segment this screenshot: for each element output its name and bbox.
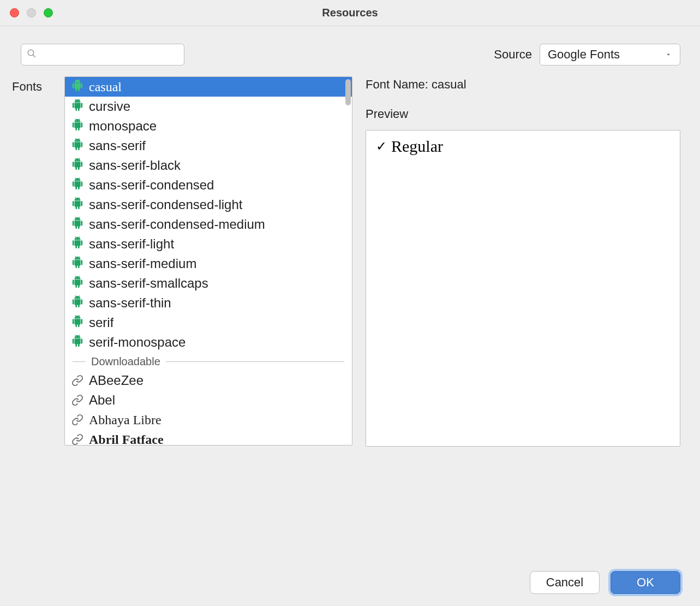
font-item[interactable]: sans-serif-medium (65, 254, 352, 274)
android-icon (71, 335, 83, 350)
font-item-label: serif-monospace (89, 335, 186, 350)
window-title: Resources (0, 7, 700, 19)
font-item-label: sans-serif-condensed (89, 177, 214, 193)
font-item-label: ABeeZee (89, 373, 143, 388)
android-icon (71, 276, 83, 291)
android-icon (71, 138, 83, 153)
font-item-label: monospace (89, 118, 157, 134)
source-label: Source (494, 47, 532, 62)
font-item-label: sans-serif-thin (89, 295, 171, 311)
link-icon (71, 394, 83, 406)
font-item[interactable]: casual (65, 77, 352, 97)
link-icon (71, 375, 83, 387)
font-item[interactable]: sans-serif-condensed-medium (65, 215, 352, 234)
font-item-label: sans-serif-smallcaps (89, 276, 208, 291)
font-item-label: sans-serif-condensed-light (89, 197, 242, 212)
font-item[interactable]: Abril Fatface (65, 430, 352, 445)
downloadable-divider: Downloadable (65, 352, 352, 371)
android-icon (71, 79, 83, 94)
font-item[interactable]: Abel (65, 390, 352, 410)
font-item[interactable]: sans-serif-condensed-light (65, 195, 352, 215)
fonts-label: Fonts (12, 76, 55, 447)
preview-box: ✓ Regular (366, 130, 680, 447)
font-item[interactable]: sans-serif (65, 136, 352, 156)
font-item-label: sans-serif-medium (89, 256, 196, 271)
search-icon (27, 49, 37, 61)
font-item[interactable]: sans-serif-condensed (65, 175, 352, 195)
link-icon (71, 414, 83, 426)
minimize-window-button[interactable] (27, 8, 36, 17)
font-list[interactable]: casualcursivemonospacesans-serifsans-ser… (64, 76, 352, 445)
traffic-lights (10, 8, 53, 17)
font-item-label: serif (89, 315, 113, 330)
font-item-label: casual (89, 80, 122, 94)
font-item[interactable]: ABeeZee (65, 371, 352, 390)
font-item[interactable]: sans-serif-black (65, 156, 352, 175)
scrollbar-thumb[interactable] (345, 79, 351, 105)
font-item[interactable]: sans-serif-light (65, 234, 352, 254)
font-item-label: sans-serif-condensed-medium (89, 217, 265, 232)
font-item[interactable]: sans-serif-thin (65, 293, 352, 313)
font-item-label: Abel (89, 393, 115, 408)
preview-label: Preview (366, 107, 680, 121)
android-icon (71, 197, 83, 212)
android-icon (71, 177, 83, 193)
link-icon (71, 433, 83, 445)
preview-variant-label: Regular (391, 137, 443, 156)
font-item[interactable]: Abhaya Libre (65, 410, 352, 430)
font-item-label: sans-serif (89, 138, 146, 153)
font-item-label: Abril Fatface (89, 432, 164, 445)
android-icon (71, 217, 83, 232)
font-item-label: sans-serif-black (89, 158, 181, 173)
font-item[interactable]: serif (65, 313, 352, 332)
font-name-value: casual (432, 78, 466, 91)
cancel-button[interactable]: Cancel (530, 571, 600, 594)
android-icon (71, 99, 83, 114)
chevron-down-icon (665, 47, 672, 62)
titlebar: Resources (0, 0, 700, 26)
preview-variant-row[interactable]: ✓ Regular (376, 137, 670, 156)
maximize-window-button[interactable] (44, 8, 53, 17)
font-item-label: cursive (89, 99, 130, 114)
check-icon: ✓ (376, 139, 387, 154)
font-name-label: Font Name: (366, 78, 428, 91)
font-item[interactable]: sans-serif-smallcaps (65, 274, 352, 293)
font-item[interactable]: monospace (65, 116, 352, 136)
android-icon (71, 315, 83, 330)
android-icon (71, 236, 83, 252)
font-item[interactable]: serif-monospace (65, 332, 352, 352)
font-name-row: Font Name: casual (366, 78, 680, 92)
android-icon (71, 256, 83, 271)
font-item-label: sans-serif-light (89, 236, 174, 252)
android-icon (71, 158, 83, 173)
android-icon (71, 295, 83, 311)
source-dropdown[interactable]: Google Fonts (540, 44, 680, 66)
ok-button[interactable]: OK (611, 571, 680, 594)
android-icon (71, 118, 83, 134)
source-dropdown-value: Google Fonts (548, 47, 620, 62)
close-window-button[interactable] (10, 8, 19, 17)
downloadable-label: Downloadable (91, 355, 160, 368)
search-input[interactable] (40, 49, 178, 61)
font-item[interactable]: cursive (65, 97, 352, 116)
font-item-label: Abhaya Libre (89, 413, 161, 427)
search-input-wrap[interactable] (21, 44, 184, 66)
svg-point-0 (28, 50, 34, 56)
svg-line-1 (33, 55, 35, 57)
